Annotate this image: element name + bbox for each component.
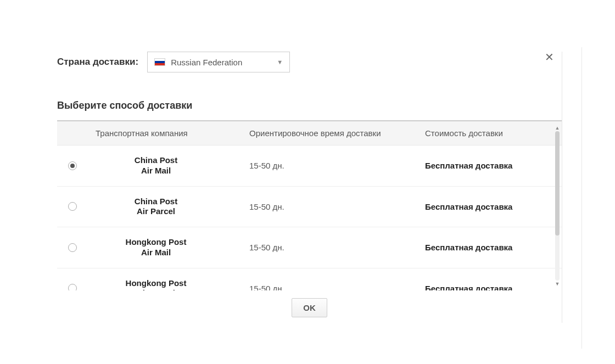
radio-button[interactable] [68, 243, 77, 252]
time-cell: 15-50 дн. [249, 284, 425, 290]
ok-button[interactable]: OK [292, 298, 327, 317]
table-body: China PostAir Mail15-50 дн.Бесплатная до… [57, 145, 562, 290]
time-cell: 15-50 дн. [249, 161, 425, 170]
section-title: Выберите способ доставки [57, 100, 562, 111]
company-line1: China Post [135, 197, 177, 206]
country-label: Страна доставки: [57, 57, 138, 68]
chevron-down-icon: ▼ [277, 59, 283, 65]
radio-cell [68, 243, 96, 252]
table-row[interactable]: China PostAir Mail15-50 дн.Бесплатная до… [57, 145, 562, 187]
close-icon: ✕ [545, 51, 554, 63]
radio-button[interactable] [68, 284, 77, 290]
flag-icon [154, 58, 165, 66]
company-line2: Air Parcel [137, 206, 175, 216]
scroll-down-icon: ▼ [554, 281, 561, 287]
scroll-track [555, 131, 560, 281]
scroll-up-icon: ▲ [554, 125, 561, 131]
cost-cell: Бесплатная доставка [425, 243, 562, 252]
company-cell: China PostAir Mail [96, 155, 249, 176]
table-row[interactable]: Hongkong PostAir Mail15-50 дн.Бесплатная… [57, 227, 562, 268]
time-cell: 15-50 дн. [249, 202, 425, 211]
company-cell: Hongkong PostAir Parcel [96, 278, 249, 291]
company-line2: Air Parcel [137, 288, 175, 290]
header-company: Транспортная компания [96, 128, 249, 138]
table-row[interactable]: Hongkong PostAir Parcel15-50 дн.Бесплатн… [57, 268, 562, 291]
radio-cell [68, 202, 96, 211]
shipping-dialog: ✕ Страна доставки: Russian Federation ▼ … [57, 52, 562, 323]
cost-cell: Бесплатная доставка [425, 161, 562, 170]
shipping-table: Транспортная компания Ориентировочное вр… [57, 120, 562, 290]
time-cell: 15-50 дн. [249, 243, 425, 252]
header-cost: Стоимость доставки [425, 128, 562, 138]
ok-button-label: OK [303, 303, 316, 312]
country-row: Страна доставки: Russian Federation ▼ [57, 52, 562, 72]
country-select[interactable]: Russian Federation ▼ [147, 52, 290, 72]
company-cell: Hongkong PostAir Mail [96, 237, 249, 258]
company-line1: China Post [135, 155, 177, 165]
country-selected: Russian Federation [171, 58, 242, 67]
dialog-footer: OK [57, 290, 562, 323]
table-row[interactable]: China PostAir Parcel15-50 дн.Бесплатная … [57, 187, 562, 228]
radio-cell [68, 284, 96, 290]
company-line2: Air Mail [141, 166, 171, 175]
scrollbar[interactable]: ▲ ▼ [554, 125, 561, 287]
company-line2: Air Mail [141, 248, 171, 257]
right-divider [582, 47, 582, 349]
radio-cell [68, 161, 96, 170]
radio-button[interactable] [68, 161, 77, 170]
radio-button[interactable] [68, 202, 77, 211]
company-cell: China PostAir Parcel [96, 197, 249, 217]
close-button[interactable]: ✕ [545, 52, 554, 63]
header-time: Ориентировочное время доставки [249, 128, 425, 138]
table-header: Транспортная компания Ориентировочное вр… [57, 121, 562, 145]
scroll-thumb[interactable] [555, 131, 560, 236]
cost-cell: Бесплатная доставка [425, 284, 562, 290]
company-line1: Hongkong Post [126, 237, 187, 247]
cost-cell: Бесплатная доставка [425, 202, 562, 211]
company-line1: Hongkong Post [126, 278, 187, 288]
